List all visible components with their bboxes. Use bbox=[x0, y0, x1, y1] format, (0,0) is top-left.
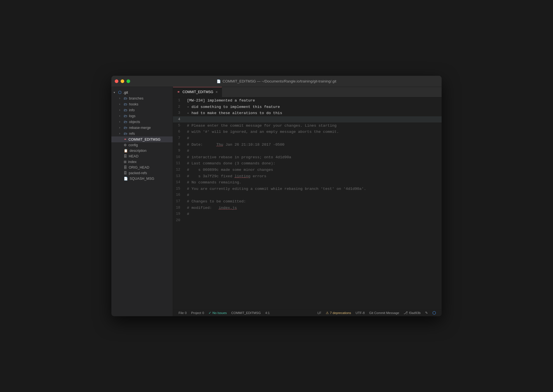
title-text: COMMIT_EDITMSG — ~/Documents/Rangle.io/t… bbox=[222, 79, 336, 83]
tab-close-button[interactable]: × bbox=[215, 90, 218, 94]
line-content: # modified: index.js bbox=[185, 205, 442, 211]
sidebar-item-logs[interactable]: › 🗁 logs bbox=[111, 113, 173, 119]
line-content: [MW-234] implemented a feature bbox=[185, 97, 442, 104]
line-content: # s 3a7f29c fixed linting errors bbox=[185, 173, 442, 180]
code-editor[interactable]: 1 [MW-234] implemented a feature 2 - did… bbox=[173, 97, 442, 309]
line-content: # s 060899c made some minor changes bbox=[185, 167, 442, 173]
sidebar-item-label: rebase-merge bbox=[129, 126, 151, 130]
line-number: 19 bbox=[173, 211, 185, 217]
tab-label: COMMIT_EDITMSG bbox=[182, 90, 213, 94]
editor-area: ⚭ COMMIT_EDITMSG × 1 [MW-234] implemente… bbox=[173, 87, 442, 316]
git-icon: ⬡ bbox=[118, 90, 121, 95]
check-icon: ✓ bbox=[208, 311, 211, 315]
sidebar-item-commit-editmsg[interactable]: › ⚭ COMMIT_EDITMSG bbox=[111, 136, 173, 142]
tab-bar: ⚭ COMMIT_EDITMSG × bbox=[173, 87, 442, 97]
code-line: 16 # bbox=[173, 192, 442, 198]
traffic-lights bbox=[115, 79, 130, 83]
sidebar-item-squash-msg[interactable]: › 📄 SQUASH_MSG bbox=[111, 176, 173, 181]
line-content bbox=[185, 217, 442, 223]
sidebar-root-git[interactable]: ▾ ⬡ .git bbox=[111, 89, 173, 95]
line-number: 14 bbox=[173, 179, 185, 186]
sidebar-item-description[interactable]: › 📋 description bbox=[111, 148, 173, 154]
db-icon: 🗄 bbox=[124, 154, 127, 158]
line-number: 12 bbox=[173, 167, 185, 173]
maximize-button[interactable] bbox=[126, 79, 130, 83]
db-icon: 🗄 bbox=[124, 171, 127, 175]
line-number: 7 bbox=[173, 135, 185, 141]
line-ending-text: LF bbox=[318, 311, 321, 315]
line-content: # bbox=[185, 148, 442, 154]
status-right-group: LF ⚠ 7 deprecations UTF-8 Git Commit Mes… bbox=[315, 310, 438, 315]
line-content: # bbox=[185, 192, 442, 198]
code-line: 18 # modified: index.js bbox=[173, 205, 442, 211]
status-git-plugin[interactable]: ⬡ bbox=[430, 310, 438, 315]
line-number: 13 bbox=[173, 173, 185, 180]
sidebar-item-branches[interactable]: › 🗁 branches bbox=[111, 95, 173, 101]
tab-commit-editmsg[interactable]: ⚭ COMMIT_EDITMSG × bbox=[173, 87, 222, 97]
code-line: 9 # bbox=[173, 148, 442, 154]
status-edit[interactable]: ✎ bbox=[423, 311, 430, 315]
status-file: File 0 bbox=[176, 311, 189, 315]
line-number: 20 bbox=[173, 217, 185, 223]
sidebar-item-orig-head[interactable]: › 🗄 ORIG_HEAD bbox=[111, 165, 173, 170]
key-file-icon: ⚭ bbox=[124, 137, 127, 141]
line-content: # interactive rebase in progress; onto 4… bbox=[185, 154, 442, 160]
sidebar-item-label: SQUASH_MSG bbox=[130, 177, 154, 181]
chevron-right-icon: › bbox=[119, 126, 122, 129]
key-icon: ⚭ bbox=[177, 90, 180, 94]
code-line: 14 # No commands remaining. bbox=[173, 179, 442, 186]
status-branch[interactable]: ⎇ f3ad93b bbox=[401, 311, 423, 315]
sidebar-item-label: config bbox=[128, 143, 138, 147]
sidebar-item-label: logs bbox=[129, 114, 135, 118]
sidebar-item-label: branches bbox=[129, 96, 143, 100]
line-number: 16 bbox=[173, 192, 185, 198]
sidebar-item-label: hooks bbox=[129, 102, 138, 106]
doc-icon: 📋 bbox=[124, 149, 128, 153]
status-line-ending: LF bbox=[315, 311, 324, 315]
folder-icon: 🗁 bbox=[124, 96, 127, 100]
sidebar-item-label: info bbox=[129, 108, 135, 112]
chevron-right-icon: › bbox=[119, 103, 122, 106]
title-bar: 📄 COMMIT_EDITMSG — ~/Documents/Rangle.io… bbox=[111, 76, 442, 87]
code-line: 1 [MW-234] implemented a feature bbox=[173, 97, 442, 104]
sidebar-item-head[interactable]: › 🗄 HEAD bbox=[111, 154, 173, 159]
app-window: 📄 COMMIT_EDITMSG — ~/Documents/Rangle.io… bbox=[111, 76, 442, 316]
sidebar-item-packed-refs[interactable]: › 🗄 packed-refs bbox=[111, 170, 173, 176]
chevron-right-icon: › bbox=[119, 120, 122, 123]
git-plugin-icon: ⬡ bbox=[432, 310, 436, 315]
folder-icon: 🗁 bbox=[124, 120, 127, 124]
sidebar-item-config[interactable]: › ⚙ config bbox=[111, 142, 173, 148]
sidebar-item-objects[interactable]: › 🗁 objects bbox=[111, 119, 173, 125]
line-number: 4 bbox=[173, 116, 185, 122]
line-number: 11 bbox=[173, 160, 185, 167]
language-text: Git Commit Message bbox=[369, 311, 399, 315]
settings-icon: ⚙ bbox=[124, 143, 127, 147]
code-line: 12 # s 060899c made some minor changes bbox=[173, 167, 442, 173]
status-filename-text: COMMIT_EDITMSG bbox=[231, 311, 261, 315]
status-file-num: 0 bbox=[185, 311, 187, 315]
sidebar-item-refs[interactable]: › 🗁 refs bbox=[111, 131, 173, 136]
sidebar-item-hooks[interactable]: › 🗁 hooks bbox=[111, 101, 173, 107]
line-content: # bbox=[185, 135, 442, 141]
close-button[interactable] bbox=[115, 79, 118, 83]
line-content: - did something to implement this featur… bbox=[185, 104, 442, 110]
sidebar-item-label: ORIG_HEAD bbox=[129, 166, 149, 169]
status-deprecations[interactable]: ⚠ 7 deprecations bbox=[324, 311, 353, 315]
sidebar-item-index[interactable]: › ⊞ index bbox=[111, 159, 173, 165]
status-no-issues[interactable]: ✓ No Issues bbox=[206, 311, 229, 315]
chevron-right-icon: › bbox=[119, 114, 122, 117]
folder-icon: 🗁 bbox=[124, 102, 127, 106]
folder-icon: 🗁 bbox=[124, 131, 127, 136]
line-content: # Date: Thu Jan 26 21:10:18 2017 -0500 bbox=[185, 141, 442, 148]
status-encoding: UTF-8 bbox=[353, 311, 367, 315]
sidebar-item-label: COMMIT_EDITMSG bbox=[128, 138, 161, 141]
status-bar: File 0 Project 0 ✓ No Issues COMMIT_EDIT… bbox=[173, 309, 442, 316]
sidebar-item-label: objects bbox=[129, 120, 140, 124]
sidebar-item-rebase-merge[interactable]: › 🗁 rebase-merge bbox=[111, 125, 173, 131]
status-language[interactable]: Git Commit Message bbox=[367, 311, 401, 315]
line-number: 10 bbox=[173, 154, 185, 160]
sidebar-item-info[interactable]: › 🗁 info bbox=[111, 107, 173, 113]
minimize-button[interactable] bbox=[121, 79, 124, 83]
db-icon: 🗄 bbox=[124, 166, 127, 169]
code-line: 7 # bbox=[173, 135, 442, 141]
